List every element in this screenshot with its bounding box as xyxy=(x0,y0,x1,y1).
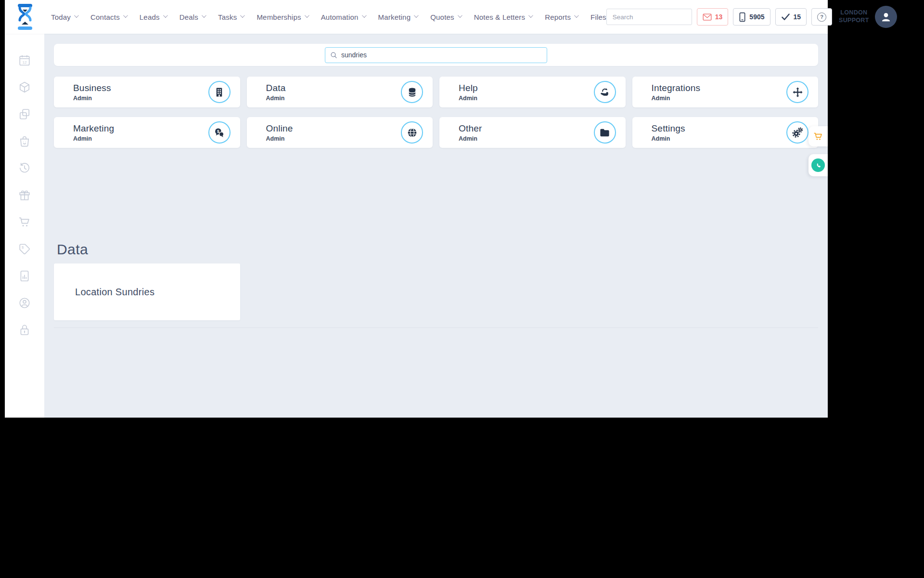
sidebar-item-reports[interactable] xyxy=(18,270,31,282)
sidebar-item-products[interactable] xyxy=(18,81,31,93)
icon-circle xyxy=(786,81,808,103)
section-divider xyxy=(54,328,818,328)
card-data[interactable]: Data Admin xyxy=(247,77,433,107)
app-logo[interactable] xyxy=(14,3,36,31)
nav-label: Files xyxy=(590,13,606,21)
nav-item-quotes[interactable]: Quotes xyxy=(430,13,461,21)
chevron-down-icon xyxy=(123,13,128,18)
lock-icon xyxy=(18,324,31,336)
sidebar-item-price-tag[interactable]: $ xyxy=(18,243,31,255)
topbar-search-input[interactable] xyxy=(613,13,698,21)
card-subtitle: Admin xyxy=(266,135,293,142)
shopping-cart-icon xyxy=(813,131,823,142)
calendar-day: 12 xyxy=(22,60,27,65)
copy-icon xyxy=(18,108,31,120)
settings-search-input[interactable] xyxy=(341,51,542,59)
phone-button[interactable]: 5905 xyxy=(733,8,770,26)
search-result-location-sundries[interactable]: Location Sundries xyxy=(54,263,240,320)
nav-item-marketing[interactable]: Marketing xyxy=(378,13,418,21)
nav-item-leads[interactable]: Leads xyxy=(140,13,167,21)
sidebar-item-duplicates[interactable] xyxy=(18,108,31,120)
card-title: Data xyxy=(266,83,286,93)
nav-item-tasks[interactable]: Tasks xyxy=(218,13,244,21)
card-settings[interactable]: Settings Admin xyxy=(632,117,819,148)
nav-label: Memberships xyxy=(257,13,301,21)
nav-item-deals[interactable]: Deals xyxy=(180,13,205,21)
nav-item-contacts[interactable]: Contacts xyxy=(90,13,127,21)
building-icon xyxy=(214,87,225,98)
gears-icon xyxy=(792,127,803,138)
sidebar-item-cart[interactable] xyxy=(18,216,31,228)
card-titles: Business Admin xyxy=(73,83,111,102)
card-title: Business xyxy=(73,83,111,93)
price-tag-icon: $ xyxy=(18,243,31,255)
nav-item-memberships[interactable]: Memberships xyxy=(257,13,308,21)
phone-count: 5905 xyxy=(749,13,764,21)
sidebar-item-history[interactable] xyxy=(18,162,31,174)
card-title: Online xyxy=(266,123,293,134)
card-subtitle: Admin xyxy=(459,135,482,142)
history-clock-icon xyxy=(18,162,31,174)
card-other[interactable]: Other Admin xyxy=(439,117,626,148)
chevron-down-icon xyxy=(574,13,579,18)
sidebar-item-account[interactable] xyxy=(18,297,31,309)
app-window: Today Contacts Leads Deals Tasks Members… xyxy=(5,0,828,418)
account-circle-icon xyxy=(18,297,31,309)
nav-item-reports[interactable]: Reports xyxy=(545,13,578,21)
svg-text:$: $ xyxy=(22,245,24,250)
nav-label: Automation xyxy=(321,13,359,21)
comments-dollar-icon: $ xyxy=(214,127,225,138)
user-icon xyxy=(880,11,892,23)
sidebar-item-calendar[interactable]: 12 xyxy=(18,54,31,66)
card-help[interactable]: Help Admin xyxy=(439,77,626,107)
card-titles: Data Admin xyxy=(266,83,286,102)
chevron-down-icon xyxy=(163,13,168,18)
category-cards: Business Admin xyxy=(54,77,818,148)
card-title: Settings xyxy=(652,123,685,134)
icon-circle: $ xyxy=(208,121,231,144)
sidebar-item-security[interactable] xyxy=(18,324,31,336)
result-label: Location Sundries xyxy=(75,287,154,298)
card-business[interactable]: Business Admin xyxy=(54,77,240,107)
nav-label: Tasks xyxy=(218,13,237,21)
card-title: Other xyxy=(459,123,482,134)
sidebar-item-shopping-bag[interactable] xyxy=(18,135,31,147)
gift-icon xyxy=(18,189,31,201)
section-title: Data xyxy=(57,241,818,258)
envelope-icon xyxy=(703,13,712,21)
card-subtitle: Admin xyxy=(73,135,114,142)
avatar[interactable] xyxy=(875,6,897,28)
card-titles: Help Admin xyxy=(459,83,478,102)
chevron-down-icon xyxy=(414,13,419,18)
card-integrations[interactable]: Integrations Admin xyxy=(632,77,819,107)
mail-button[interactable]: 13 xyxy=(697,8,729,26)
nav-label: Today xyxy=(51,13,71,21)
folder-icon xyxy=(599,127,610,138)
tasks-button[interactable]: 15 xyxy=(775,8,807,26)
settings-search-bar xyxy=(54,44,818,66)
nav-item-today[interactable]: Today xyxy=(51,13,77,21)
task-count: 15 xyxy=(794,13,801,21)
nav-label: Quotes xyxy=(430,13,454,21)
help-button[interactable]: ? xyxy=(811,8,832,26)
card-titles: Other Admin xyxy=(459,123,482,142)
nav-item-notes-letters[interactable]: Notes & Letters xyxy=(474,13,532,21)
topbar: Today Contacts Leads Deals Tasks Members… xyxy=(5,0,828,34)
icon-circle xyxy=(594,81,616,103)
user-name-line2: SUPPORT xyxy=(839,17,869,25)
database-icon xyxy=(407,87,418,98)
basket-edge-tab[interactable] xyxy=(808,126,828,146)
card-marketing[interactable]: Marketing Admin $ xyxy=(54,117,240,148)
chevron-down-icon xyxy=(202,13,206,18)
nav-item-files[interactable]: Files xyxy=(590,13,606,21)
report-document-icon xyxy=(18,270,31,282)
whatsapp-edge-tab[interactable] xyxy=(808,154,828,176)
nav-item-automation[interactable]: Automation xyxy=(321,13,365,21)
main-nav: Today Contacts Leads Deals Tasks Members… xyxy=(51,13,606,21)
icon-circle xyxy=(401,121,423,144)
sidebar-item-gift[interactable] xyxy=(18,189,31,201)
mobile-phone-icon xyxy=(739,12,746,22)
card-online[interactable]: Online Admin xyxy=(247,117,433,148)
checkmark-icon xyxy=(781,13,790,21)
main-content: Business Admin xyxy=(44,34,828,418)
